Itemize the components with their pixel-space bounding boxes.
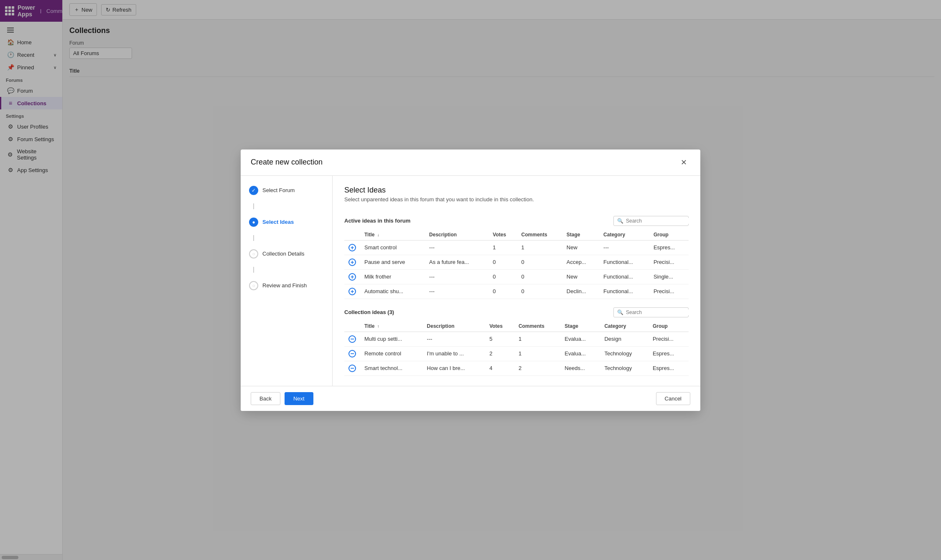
add-btn-cell: + (344, 284, 360, 299)
cell-stage: New (562, 240, 599, 255)
add-btn-cell: + (344, 269, 360, 284)
step-label-select-forum: Select Forum (262, 187, 295, 193)
step-collection-details: ○ Collection Details (249, 249, 324, 258)
cell-category: Technology (600, 361, 649, 375)
collection-ideas-search-input[interactable] (626, 309, 689, 315)
footer-left-actions: Back Next (251, 392, 313, 405)
cell-description: As a future fea... (425, 255, 488, 269)
cell-title: Milk frother (360, 269, 425, 284)
sort-desc-icon: ↓ (377, 233, 379, 237)
cell-category: Functional... (599, 284, 649, 299)
collection-ideas-search-box[interactable]: 🔍 (613, 307, 689, 317)
cell-title: Multi cup setti... (360, 332, 423, 346)
active-table-header-row: Title ↓ Description Votes Comments Stage… (344, 229, 689, 241)
th-group-active: Group (649, 229, 689, 241)
step-review-finish: ○ Review and Finish (249, 281, 324, 290)
active-ideas-header: Active ideas in this forum 🔍 (344, 216, 689, 226)
cell-title: Smart technol... (360, 361, 423, 375)
cell-title: Automatic shu... (360, 284, 425, 299)
cell-stage: Declin... (562, 284, 599, 299)
cell-comments: 0 (517, 284, 562, 299)
th-comments-active: Comments (517, 229, 562, 241)
cell-votes: 0 (488, 255, 517, 269)
cell-comments: 0 (517, 269, 562, 284)
cell-group: Precisi... (649, 284, 689, 299)
th-category-collection: Category (600, 321, 649, 332)
th-votes-collection: Votes (485, 321, 514, 332)
cell-category: Functional... (599, 269, 649, 284)
add-btn-cell: + (344, 255, 360, 269)
table-row: − Multi cup setti... --- 5 1 Evalua... D… (344, 332, 689, 346)
cell-title: Remote control (360, 346, 423, 361)
collection-ideas-section: Collection ideas (3) 🔍 Title ↑ Descripti… (344, 307, 689, 376)
table-row: + Automatic shu... --- 0 0 Declin... Fun… (344, 284, 689, 299)
step-select-forum: ✓ Select Forum (249, 186, 324, 195)
next-button[interactable]: Next (285, 392, 313, 405)
cell-group: Single... (649, 269, 689, 284)
th-title-active: Title ↓ (360, 229, 425, 241)
dialog-header: Create new collection ✕ (241, 150, 700, 176)
cell-comments: 0 (517, 255, 562, 269)
remove-idea-button[interactable]: − (348, 335, 356, 343)
cell-comments: 1 (514, 346, 560, 361)
th-group-collection: Group (649, 321, 689, 332)
table-row: − Smart technol... How can I bre... 4 2 … (344, 361, 689, 375)
th-votes-active: Votes (488, 229, 517, 241)
dialog-close-button[interactable]: ✕ (677, 156, 690, 169)
active-ideas-section: Active ideas in this forum 🔍 Title ↓ Des… (344, 216, 689, 299)
cell-group: Precisi... (649, 255, 689, 269)
section-subtitle: Select unparented ideas in this forum th… (344, 196, 689, 203)
add-idea-button[interactable]: + (348, 288, 356, 295)
remove-btn-cell: − (344, 332, 360, 346)
cancel-button[interactable]: Cancel (656, 392, 690, 405)
step-circle-select-ideas: ● (249, 218, 258, 227)
cell-votes: 2 (485, 346, 514, 361)
cell-description: --- (423, 332, 486, 346)
cell-comments: 2 (514, 361, 560, 375)
collection-table-header-row: Title ↑ Description Votes Comments Stage… (344, 321, 689, 332)
table-row: − Remote control I'm unable to ... 2 1 E… (344, 346, 689, 361)
cell-category: Functional... (599, 255, 649, 269)
cell-description: --- (425, 284, 488, 299)
cell-votes: 5 (485, 332, 514, 346)
table-row: + Pause and serve As a future fea... 0 0… (344, 255, 689, 269)
th-action-collection (344, 321, 360, 332)
remove-idea-button[interactable]: − (348, 350, 356, 357)
cell-stage: Evalua... (560, 346, 600, 361)
cell-group: Espres... (649, 346, 689, 361)
step-circle-review-finish: ○ (249, 281, 258, 290)
cell-votes: 4 (485, 361, 514, 375)
collection-ideas-label: Collection ideas (3) (344, 309, 394, 315)
th-category-active: Category (599, 229, 649, 241)
th-stage-collection: Stage (560, 321, 600, 332)
active-ideas-search-box[interactable]: 🔍 (613, 216, 689, 226)
cell-group: Espres... (649, 240, 689, 255)
search-icon-2: 🔍 (617, 309, 623, 315)
remove-idea-button[interactable]: − (348, 365, 356, 372)
active-ideas-tbody: + Smart control --- 1 1 New --- Espres..… (344, 240, 689, 299)
dialog-content: Select Ideas Select unparented ideas in … (333, 176, 700, 386)
add-idea-button[interactable]: + (348, 273, 356, 281)
th-title-collection: Title ↑ (360, 321, 423, 332)
step-select-ideas: ● Select Ideas (249, 218, 324, 227)
th-description-collection: Description (423, 321, 486, 332)
cell-comments: 1 (517, 240, 562, 255)
collection-ideas-header: Collection ideas (3) 🔍 (344, 307, 689, 317)
dialog-body: ✓ Select Forum ● Select Ideas ○ Collecti… (241, 176, 700, 386)
add-idea-button[interactable]: + (348, 244, 356, 251)
cell-comments: 1 (514, 332, 560, 346)
collection-ideas-table: Title ↑ Description Votes Comments Stage… (344, 321, 689, 376)
dialog-footer: Back Next Cancel (241, 386, 700, 411)
search-icon: 🔍 (617, 218, 623, 224)
cell-title: Smart control (360, 240, 425, 255)
add-idea-button[interactable]: + (348, 258, 356, 266)
cell-title: Pause and serve (360, 255, 425, 269)
sort-asc-icon: ↑ (377, 324, 379, 329)
dialog: Create new collection ✕ ✓ Select Forum ●… (241, 150, 700, 411)
active-ideas-search-input[interactable] (626, 218, 689, 224)
cell-stage: New (562, 269, 599, 284)
dialog-title: Create new collection (251, 158, 323, 167)
th-description-active: Description (425, 229, 488, 241)
collection-ideas-tbody: − Multi cup setti... --- 5 1 Evalua... D… (344, 332, 689, 375)
back-button[interactable]: Back (251, 392, 280, 405)
